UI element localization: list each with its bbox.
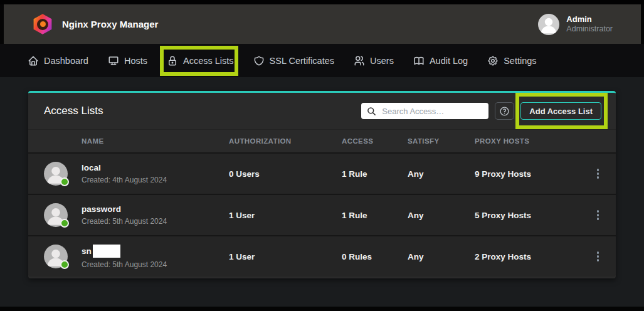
row-menu-button[interactable] (592, 206, 604, 224)
users-icon (354, 55, 365, 66)
nginx-proxy-manager-app: Nginx Proxy Manager Admin Administrator … (0, 0, 644, 311)
redaction-box (93, 245, 120, 258)
status-online-dot (60, 219, 69, 228)
created-date: Created: 4th August 2024 (82, 176, 229, 184)
access-lists-panel: Access Lists Add Access List NAME AUTHOR… (28, 91, 616, 278)
main-nav: Dashboard Hosts Access Lists SSL Certifi… (0, 44, 644, 77)
user-avatar (538, 14, 559, 35)
satisfy-cell: Any (408, 252, 475, 261)
gear-icon (487, 55, 499, 66)
nav-label: Dashboard (44, 56, 88, 66)
shield-icon (253, 55, 265, 66)
authorization-cell: 1 User (229, 252, 342, 261)
nav-label: SSL Certificates (270, 56, 334, 66)
nav-item-ssl-certificates[interactable]: SSL Certificates (253, 55, 334, 66)
nav-item-dashboard[interactable]: Dashboard (28, 55, 88, 66)
user-menu[interactable]: Admin Administrator (538, 14, 613, 35)
help-button[interactable] (495, 102, 514, 120)
user-role: Administrator (566, 24, 613, 34)
nav-item-settings[interactable]: Settings (487, 55, 536, 66)
help-icon (499, 106, 510, 117)
nav-label: Access Lists (183, 56, 234, 66)
lock-icon (167, 55, 178, 66)
screenshot-bottom-edge (0, 307, 644, 311)
search-icon (367, 107, 376, 116)
user-text: Admin Administrator (566, 14, 613, 34)
avatar-cell (28, 245, 82, 268)
proxy-hosts-cell: 9 Proxy Hosts (475, 169, 580, 179)
access-cell: 0 Rules (342, 252, 408, 261)
access-list-name: sn (82, 245, 229, 258)
name-cell: password Created: 5th August 2024 (82, 204, 229, 226)
satisfy-cell: Any (408, 211, 475, 220)
table-row[interactable]: sn Created: 5th August 2024 1 User 0 Rul… (28, 235, 616, 277)
screenshot-right-edge (641, 4, 644, 44)
top-header-bar: Nginx Proxy Manager Admin Administrator (0, 4, 644, 44)
panel-header: Access Lists Add Access List (28, 93, 616, 130)
column-header-satisfy: SATISFY (408, 137, 475, 145)
nav-item-hosts[interactable]: Hosts (108, 55, 147, 66)
nav-item-access-lists[interactable]: Access Lists (167, 55, 234, 66)
nav-label: Hosts (124, 56, 147, 66)
column-header-proxy-hosts: PROXY HOSTS (475, 137, 580, 145)
npm-logo-dot (40, 21, 46, 27)
row-menu-button[interactable] (592, 248, 604, 265)
proxy-hosts-cell: 2 Proxy Hosts (475, 252, 580, 261)
app-title: Nginx Proxy Manager (62, 19, 158, 29)
column-header-access: ACCESS (342, 137, 408, 145)
status-online-dot (60, 177, 69, 186)
nav-item-users[interactable]: Users (354, 55, 394, 66)
created-date: Created: 5th August 2024 (82, 260, 229, 269)
name-cell: sn Created: 5th August 2024 (82, 245, 229, 269)
avatar (44, 162, 68, 186)
table-header: NAME AUTHORIZATION ACCESS SATISFY PROXY … (28, 130, 616, 152)
nav-label: Settings (504, 56, 536, 66)
table-row[interactable]: password Created: 5th August 2024 1 User… (28, 194, 616, 235)
npm-logo-icon (33, 14, 53, 35)
add-access-list-button[interactable]: Add Access List (520, 102, 601, 120)
access-list-name: password (82, 204, 229, 214)
nav-label: Users (370, 56, 394, 66)
column-header-name: NAME (82, 137, 229, 145)
search-box (361, 103, 488, 119)
authorization-cell: 0 Users (229, 169, 342, 179)
avatar (44, 203, 68, 227)
satisfy-cell: Any (408, 169, 475, 179)
avatar (44, 245, 68, 268)
name-cell: local Created: 4th August 2024 (82, 163, 229, 184)
authorization-cell: 1 User (229, 211, 342, 220)
npm-logo-ring (37, 19, 48, 30)
column-header-authorization: AUTHORIZATION (229, 137, 342, 145)
created-date: Created: 5th August 2024 (82, 217, 229, 226)
add-button-label: Add Access List (529, 107, 593, 116)
monitor-icon (108, 55, 119, 66)
user-name: Admin (566, 14, 613, 24)
access-cell: 1 Rule (342, 169, 408, 179)
home-icon (28, 55, 39, 66)
row-menu-button[interactable] (592, 165, 604, 182)
access-list-name: local (82, 163, 229, 173)
avatar-cell (28, 162, 82, 186)
nav-label: Audit Log (430, 56, 468, 66)
table-row[interactable]: local Created: 4th August 2024 0 Users 1… (28, 152, 616, 194)
person-icon (538, 14, 559, 35)
book-icon (413, 55, 425, 66)
avatar-cell (28, 203, 82, 227)
access-cell: 1 Rule (342, 211, 408, 220)
panel-title: Access Lists (44, 105, 103, 117)
status-online-dot (60, 260, 69, 269)
search-input[interactable] (382, 107, 483, 116)
nav-item-audit-log[interactable]: Audit Log (413, 55, 468, 66)
screenshot-top-edge (0, 0, 644, 4)
screenshot-left-edge (0, 4, 4, 44)
proxy-hosts-cell: 5 Proxy Hosts (475, 211, 580, 220)
